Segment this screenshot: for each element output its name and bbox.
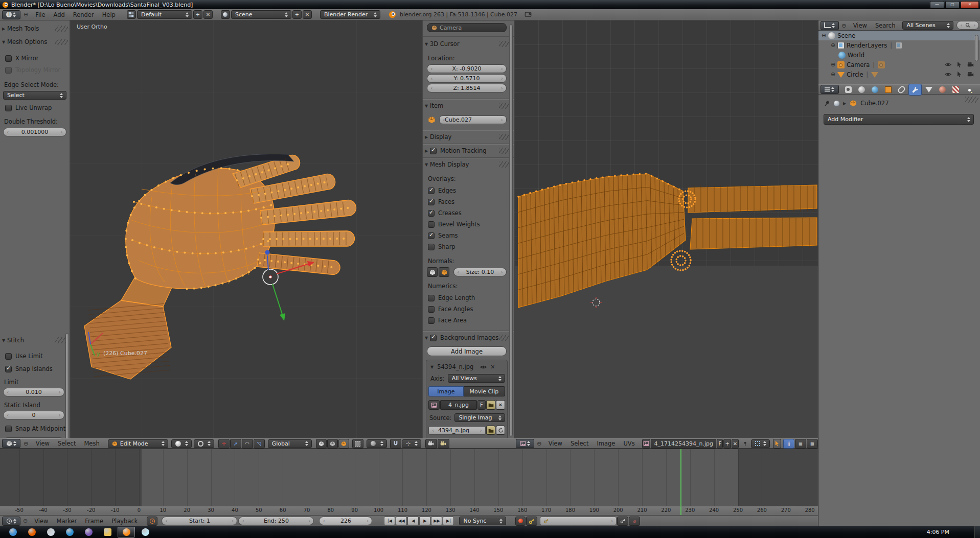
cursor-z-field[interactable]: Z: 1.8514 [427,84,507,92]
editor-type-timeline-button[interactable] [2,517,20,526]
maximize-button[interactable]: ▢ [945,1,960,9]
normals-size-slider[interactable]: Size: 0.10 [453,268,507,276]
overlay-creases-checkbox-row[interactable]: Creases [428,207,514,219]
face-normals-toggle[interactable] [439,267,449,277]
cursor-y-field[interactable]: Y: 0.5710 [427,74,507,83]
delete-keyframe-button[interactable]: ⌀ [629,517,640,526]
live-unwrap-checkbox-row[interactable]: Live Unwrap [5,103,70,112]
transform-orientation-select[interactable]: Global [268,439,312,448]
scene-add-button[interactable]: + [292,10,302,19]
frame-start-field[interactable]: Start: 1 [162,517,237,525]
file-browse-button[interactable] [486,426,495,435]
timeline-view-menu[interactable]: View [30,518,52,525]
movie-clip-tab[interactable]: Movie Clip [464,386,505,396]
source-select[interactable]: Single Imag [454,413,505,422]
file-reload-button[interactable] [496,426,505,435]
properties-tab-render[interactable] [842,84,854,95]
uv-image-name-field[interactable]: 4_1714254394_n.jpg [651,439,716,449]
current-frame-field[interactable]: 226 [319,517,372,525]
panel-mesh-options[interactable]: ▼ Mesh Options [0,37,70,46]
app-icon-3[interactable] [136,527,154,537]
remove-icon[interactable]: ✕ [490,364,495,370]
outliner-scope-select[interactable]: All Scenes [902,21,953,30]
use-limit-checkbox-row[interactable]: Use Limit [5,352,70,361]
checkbox[interactable] [5,366,12,372]
outliner-row-circle[interactable]: ⊕Circle| [818,69,980,79]
editor-type-outliner-button[interactable] [821,21,839,30]
panel-display[interactable]: ▶Display [423,132,514,142]
start-button[interactable] [4,527,21,537]
timeline-ruler[interactable]: -50-40-30-20-100102030405060708090100110… [0,506,818,515]
layout-add-button[interactable]: + [193,10,202,19]
outliner-search-field[interactable] [956,21,979,30]
playback-range-clock-button[interactable] [147,517,157,526]
visibility-eye-icon[interactable] [945,71,951,78]
expand-icon[interactable]: ⊕ [831,71,835,78]
overlay-faces-checkbox-row[interactable]: Faces [428,196,514,207]
editor-type-info-button[interactable]: i [2,10,20,19]
properties-tab-constraints[interactable] [895,84,907,95]
active-keying-set-field[interactable] [540,517,617,525]
infobar-render-menu[interactable]: Render [69,11,98,18]
x-mirror-checkbox-row[interactable]: X Mirror [5,54,70,63]
outliner-search-menu[interactable]: Search [871,22,900,29]
browser-icon[interactable] [61,527,78,537]
item-name-field[interactable]: Cube.027 [439,115,507,124]
panel-mesh-display[interactable]: ▼Mesh Display [423,160,514,169]
infobar-help-menu[interactable]: Help [98,11,120,18]
checkbox[interactable] [428,232,435,239]
overlay-bevel-weights-checkbox-row[interactable]: Bevel Weights [428,219,514,230]
topology-mirror-checkbox-row[interactable]: Topology Mirror [5,65,70,75]
manipulator-translate-button[interactable]: ✛ [218,439,230,449]
limit-selection-button[interactable] [352,439,363,449]
uv-pivot-select[interactable] [751,439,770,448]
add-modifier-select[interactable]: Add Modifier [824,114,974,125]
image-name-field[interactable]: 4_n.jpg [440,400,477,410]
properties-tab-object[interactable] [882,84,894,95]
timeline-playhead[interactable] [680,449,681,506]
outliner-row-camera[interactable]: ⊕Camera| [818,60,980,69]
keying-set-icon-button[interactable] [526,517,537,526]
timeline-marker-menu[interactable]: Marker [53,518,81,525]
app-icon-1[interactable] [42,527,59,537]
properties-tab-physics[interactable] [976,84,980,95]
panel-item[interactable]: ▼Item [423,101,514,110]
snap-islands-checkbox-row[interactable]: Snap Islands [5,364,70,373]
properties-tab-scene[interactable] [855,84,868,95]
checkbox[interactable] [428,317,435,324]
selectable-pointer-icon[interactable] [956,61,963,68]
play-button[interactable]: ▶ [419,517,430,525]
jump-to-start-button[interactable]: |◀ [384,517,395,525]
uv-mesh[interactable] [514,20,818,438]
add-image-button[interactable]: Add Image [427,346,507,356]
opengl-anim-button[interactable] [438,439,449,449]
checkbox[interactable] [428,244,435,250]
transform-manipulator[interactable] [239,240,321,327]
expand-icon[interactable]: ⊕ [831,42,835,49]
next-keyframe-button[interactable]: ▶▶ [431,517,442,525]
collapse-menus-icon[interactable]: ⊖ [537,440,542,447]
viewport-shading-select[interactable] [171,439,192,448]
checkbox[interactable] [428,295,435,301]
play-reverse-button[interactable]: ◀ [407,517,419,525]
panel-background-images[interactable]: ▼ Background Images [423,333,514,342]
outliner-view-menu[interactable]: View [849,22,871,29]
panel-grip[interactable] [55,39,68,45]
vertex-normals-toggle[interactable] [427,267,438,277]
collapse-menus-icon[interactable]: ⊖ [23,518,28,524]
editor-type-properties-button[interactable] [821,85,839,94]
window-titlebar[interactable]: Blender* [D:\Lo Bueno\Movies\Downloads\S… [0,0,980,9]
manipulator-arc-button[interactable]: ◠ [242,439,253,449]
infobar-file-menu[interactable]: File [31,11,49,18]
insert-keyframe-button[interactable] [617,517,628,526]
checkbox[interactable] [430,335,437,341]
layout-browse-button[interactable] [127,10,136,19]
uv-vertex-select-button[interactable]: ⣿ [783,439,794,449]
expand-icon[interactable]: ⊕ [831,61,835,68]
panel-motion-tracking[interactable]: ▶ Motion Tracking [423,146,514,155]
uv-view-menu[interactable]: View [544,440,566,447]
mode-select[interactable]: Edit Mode [108,439,168,448]
checkbox[interactable] [430,148,437,154]
uv-island-select-button[interactable]: ▩ [807,439,818,449]
properties-tab-data[interactable] [923,84,935,95]
